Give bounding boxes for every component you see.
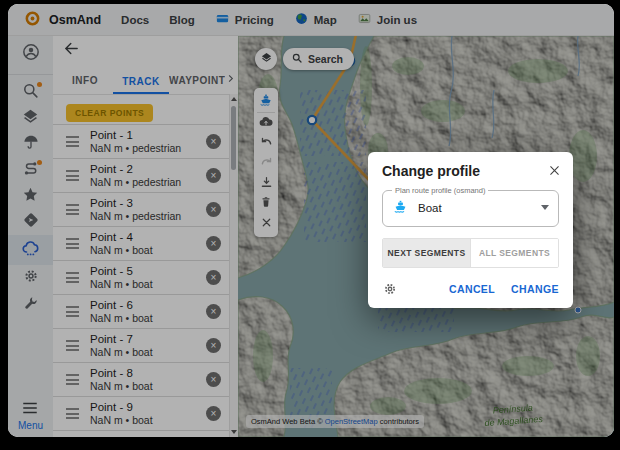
profile-select-outline: Plan route profile (osmand) Boat	[382, 186, 559, 227]
all-segments-button[interactable]: ALL SEGMENTS	[470, 239, 558, 267]
app-window: OsmAnd Docs Blog Pricing Map Join us	[8, 4, 614, 437]
change-button[interactable]: CHANGE	[511, 283, 559, 295]
next-segments-button[interactable]: NEXT SEGMENTS	[383, 239, 470, 267]
dialog-title: Change profile	[382, 163, 559, 179]
profile-select-label: Plan route profile (osmand)	[392, 186, 488, 195]
dialog-close-button[interactable]	[546, 162, 562, 178]
profile-settings-button[interactable]	[382, 281, 398, 297]
profile-select[interactable]: Boat	[392, 196, 549, 219]
segments-toggle-group: NEXT SEGMENTS ALL SEGMENTS	[382, 238, 559, 268]
change-profile-dialog: Change profile Plan route profile (osman…	[368, 152, 573, 308]
dialog-footer: CANCEL CHANGE	[382, 279, 559, 299]
cancel-button[interactable]: CANCEL	[449, 283, 495, 295]
chevron-down-icon	[541, 205, 549, 210]
selected-profile-name: Boat	[418, 202, 442, 214]
boat-icon	[392, 197, 409, 218]
